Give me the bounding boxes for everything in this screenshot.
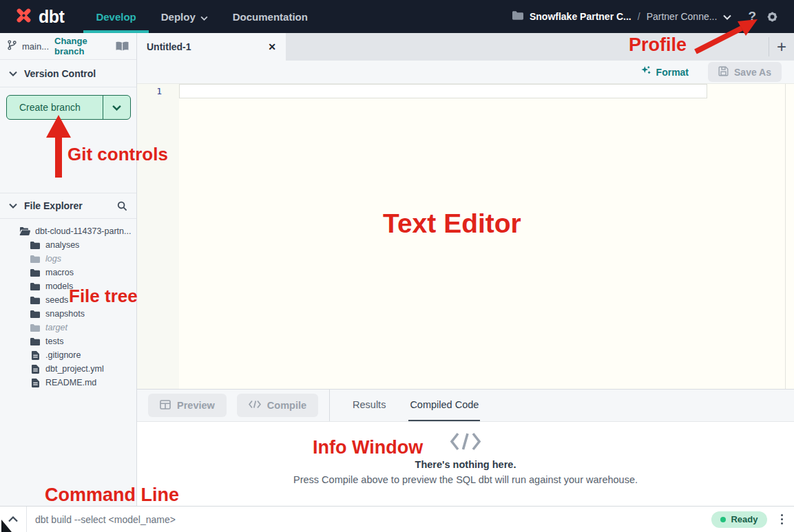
- account-name: Snowflake Partner C...: [530, 11, 631, 22]
- version-control-body: Create branch: [0, 87, 136, 193]
- branch-bar: main... Change branch: [0, 33, 136, 60]
- close-icon[interactable]: ✕: [268, 41, 276, 52]
- file-tree-item-dbt-project-yml[interactable]: dbt_project.yml: [0, 362, 136, 376]
- line-number: 1: [137, 86, 179, 96]
- folder-icon: [30, 324, 41, 332]
- tab-compiled-code[interactable]: Compiled Code: [408, 390, 480, 421]
- file-icon: [30, 365, 41, 374]
- tab-untitled-1[interactable]: Untitled-1 ✕: [137, 33, 286, 61]
- folder-icon: [30, 338, 41, 345]
- new-tab-button[interactable]: +: [769, 33, 794, 61]
- top-header: dbt Develop Deploy Documentation Snowfla…: [0, 0, 794, 33]
- file-tree-item-tests[interactable]: tests: [0, 334, 136, 348]
- dbt-cloud-ide: dbt Develop Deploy Documentation Snowfla…: [0, 0, 794, 532]
- change-branch-link[interactable]: Change branch: [54, 36, 110, 56]
- panel-header-divider: [329, 390, 330, 421]
- file-tree-label: .gitignore: [45, 350, 81, 360]
- command-bar-right: Ready: [711, 511, 794, 528]
- chevron-down-icon[interactable]: [9, 203, 17, 209]
- project-breadcrumb[interactable]: Snowflake Partner C... / Partner Conne..…: [512, 11, 731, 22]
- sparkle-icon: [640, 65, 651, 78]
- file-tree-label: snapshots: [45, 309, 85, 319]
- file-tree-item-macros[interactable]: macros: [0, 266, 136, 279]
- version-control-header[interactable]: Version Control: [0, 60, 136, 87]
- save-as-button[interactable]: Save As: [708, 62, 782, 82]
- editor-ruler: [785, 84, 786, 389]
- file-icon: [30, 379, 41, 387]
- file-tree-label: target: [45, 323, 67, 332]
- file-explorer-header[interactable]: File Explorer: [0, 193, 136, 219]
- file-tree-item-seeds[interactable]: seeds: [0, 293, 136, 307]
- nav-develop[interactable]: Develop: [83, 0, 148, 33]
- chevron-down-icon[interactable]: [723, 11, 731, 22]
- project-name: Partner Conne...: [647, 11, 718, 22]
- file-tree-label: macros: [45, 268, 74, 277]
- kebab-menu-icon[interactable]: [778, 511, 786, 528]
- git-branch-icon: [8, 40, 17, 53]
- main-nav: Develop Deploy Documentation: [83, 0, 320, 33]
- breadcrumb-separator: /: [638, 11, 640, 22]
- gear-icon[interactable]: [766, 10, 779, 23]
- folder-icon: [30, 242, 41, 249]
- save-icon: [718, 66, 729, 78]
- chevron-down-icon[interactable]: [9, 71, 17, 76]
- file-tree: dbt-cloud-114373-partn...analyseslogsmac…: [0, 219, 136, 506]
- nav-deploy[interactable]: Deploy: [149, 0, 220, 33]
- chevron-up-icon[interactable]: [0, 516, 26, 522]
- create-branch-button[interactable]: Create branch: [6, 95, 131, 120]
- create-branch-label[interactable]: Create branch: [7, 96, 103, 119]
- current-line-highlight[interactable]: [179, 84, 707, 98]
- help-icon[interactable]: ?: [748, 9, 756, 24]
- editor-toolbar: Format Save As: [137, 61, 794, 84]
- dbt-logo[interactable]: dbt: [14, 0, 64, 33]
- file-tree-item-analyses[interactable]: analyses: [0, 238, 136, 252]
- file-tree-item-logs[interactable]: logs: [0, 252, 136, 266]
- file-tree-label: README.md: [45, 378, 96, 387]
- file-tree-label: dbt-cloud-114373-partn...: [35, 226, 131, 236]
- preview-button[interactable]: Preview: [148, 394, 227, 417]
- code-icon: [450, 432, 481, 454]
- tab-results[interactable]: Results: [351, 390, 387, 421]
- current-branch: main...: [22, 41, 49, 52]
- info-window: There's nothing here. Press Compile abov…: [137, 422, 794, 506]
- text-editor[interactable]: 1: [137, 84, 794, 389]
- search-icon[interactable]: [117, 201, 127, 211]
- file-tree-item-models[interactable]: models: [0, 279, 136, 293]
- file-tree-label: models: [45, 281, 73, 291]
- bottom-panel-header: Preview Compile Results Compiled Code: [137, 389, 794, 422]
- main-area: Untitled-1 ✕ + Format: [137, 33, 794, 506]
- format-button[interactable]: Format: [640, 65, 689, 78]
- file-tree-label: analyses: [45, 240, 79, 250]
- file-tree-item-dbt-cloud-114373-partn[interactable]: dbt-cloud-114373-partn...: [0, 224, 136, 238]
- chevron-down-icon[interactable]: [103, 96, 130, 119]
- status-badge: Ready: [711, 511, 766, 528]
- file-icon: [30, 351, 41, 360]
- editor-tab-bar: Untitled-1 ✕ +: [137, 33, 794, 61]
- chevron-down-icon: [200, 11, 208, 23]
- sidebar: main... Change branch Version Control Cr: [0, 33, 137, 506]
- format-label: Format: [656, 67, 689, 78]
- file-tree-item-snapshots[interactable]: snapshots: [0, 307, 136, 321]
- file-tree-label: seeds: [45, 295, 68, 305]
- status-label: Ready: [731, 514, 758, 524]
- folder-icon: [30, 297, 41, 304]
- file-tree-item-target[interactable]: target: [0, 321, 136, 334]
- folder-icon: [30, 310, 41, 318]
- empty-state-subtitle: Press Compile above to preview the SQL d…: [293, 474, 638, 485]
- line-number-gutter: [137, 84, 179, 389]
- book-icon[interactable]: [116, 41, 129, 52]
- file-explorer-title: File Explorer: [24, 200, 83, 211]
- file-tree-item-gitignore[interactable]: .gitignore: [0, 348, 136, 362]
- header-right: Snowflake Partner C... / Partner Conne..…: [512, 0, 794, 33]
- folder-icon: [30, 283, 41, 290]
- file-tree-label: tests: [45, 337, 63, 346]
- folder-open-icon: [19, 227, 30, 235]
- command-input[interactable]: dbt build --select <model_name>: [35, 514, 711, 525]
- compile-button[interactable]: Compile: [237, 394, 318, 417]
- compile-label: Compile: [267, 400, 306, 411]
- folder-icon: [30, 255, 41, 263]
- file-tree-item-readme-md[interactable]: README.md: [0, 376, 136, 390]
- nav-documentation[interactable]: Documentation: [220, 0, 320, 33]
- file-tree-label: dbt_project.yml: [45, 364, 104, 374]
- folder-icon: [512, 11, 523, 22]
